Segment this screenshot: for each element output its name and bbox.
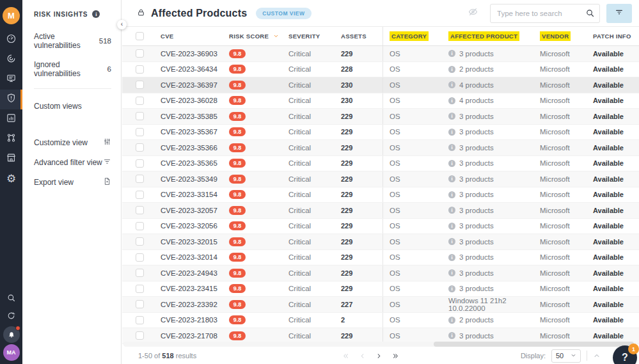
info-icon[interactable]: i xyxy=(448,129,455,136)
row-checkbox[interactable] xyxy=(136,206,144,214)
sidebar-item-radar[interactable] xyxy=(0,50,22,70)
table-row[interactable]: CVE-2023-36397 9.8 Critical 230 OS i 4 p… xyxy=(122,77,639,93)
column-header-patch-info[interactable]: PATCH INFO xyxy=(589,33,639,40)
info-icon[interactable]: i xyxy=(448,113,455,120)
table-row[interactable]: CVE-2023-36903 9.8 Critical 229 OS i 3 p… xyxy=(122,46,639,62)
info-icon[interactable]: i xyxy=(448,160,455,167)
table-row[interactable]: CVE-2023-23392 9.8 Critical 227 OS i Win… xyxy=(122,297,639,313)
info-icon[interactable]: i xyxy=(448,191,455,198)
scrollbar-thumb[interactable] xyxy=(434,342,634,347)
table-row[interactable]: CVE-2023-33154 9.8 Critical 229 OS i 3 p… xyxy=(122,187,639,203)
table-row[interactable]: CVE-2023-36434 9.8 Critical 228 OS i 2 p… xyxy=(122,62,639,78)
next-page-button[interactable] xyxy=(375,352,383,360)
advanced-filter-view-button[interactable]: Advanced filter view xyxy=(34,157,111,168)
info-icon[interactable]: i xyxy=(448,144,455,151)
table-row[interactable]: CVE-2023-32057 9.8 Critical 229 OS i 3 p… xyxy=(122,203,639,219)
panel-collapse-toggle[interactable]: ‹ xyxy=(117,20,127,29)
customize-view-button[interactable]: Customize view xyxy=(34,138,111,148)
sidebar-item-analytics[interactable] xyxy=(0,109,22,129)
row-checkbox[interactable] xyxy=(136,65,144,74)
info-icon[interactable]: i xyxy=(448,97,455,104)
info-icon[interactable]: i xyxy=(448,175,455,182)
search-input[interactable] xyxy=(490,4,600,23)
row-checkbox[interactable] xyxy=(136,285,144,293)
column-header-severity[interactable]: SEVERITY xyxy=(285,33,336,40)
table-row[interactable]: CVE-2023-35365 9.8 Critical 229 OS i 3 p… xyxy=(122,156,639,172)
collapse-footer-button[interactable] xyxy=(593,352,601,360)
info-icon[interactable]: i xyxy=(92,10,100,18)
stat-active-vulnerabilities[interactable]: Active vulnerabilities 518 xyxy=(34,32,111,50)
info-icon[interactable]: i xyxy=(448,269,455,276)
sidebar-item-assets[interactable] xyxy=(0,70,22,90)
row-checkbox[interactable] xyxy=(136,175,144,183)
row-checkbox[interactable] xyxy=(136,97,144,105)
table-row[interactable]: CVE-2023-35349 9.8 Critical 229 OS i 3 p… xyxy=(122,171,639,187)
row-checkbox[interactable] xyxy=(136,316,144,324)
info-icon[interactable]: i xyxy=(448,254,455,261)
row-checkbox[interactable] xyxy=(136,159,144,168)
row-checkbox[interactable] xyxy=(136,191,144,199)
patch-info-value: Available xyxy=(589,332,639,340)
row-checkbox[interactable] xyxy=(136,300,144,308)
vendor-value: Microsoft xyxy=(538,191,589,198)
custom-views-label[interactable]: Custom views xyxy=(34,102,111,111)
previous-page-button[interactable] xyxy=(359,352,366,360)
rail-search-button[interactable] xyxy=(0,290,22,308)
stat-ignored-vulnerabilities[interactable]: Ignored vulnerabilities 6 xyxy=(34,60,111,78)
info-icon[interactable]: i xyxy=(448,66,455,73)
row-checkbox[interactable] xyxy=(136,253,144,262)
table-row[interactable]: CVE-2023-32056 9.8 Critical 229 OS i 3 p… xyxy=(122,219,639,235)
last-page-button[interactable] xyxy=(392,352,399,360)
select-all-checkbox[interactable] xyxy=(136,32,144,40)
rail-history-button[interactable] xyxy=(0,308,22,326)
sidebar-item-network[interactable] xyxy=(0,129,22,149)
sidebar-item-vulnerabilities[interactable] xyxy=(0,90,22,109)
column-header-vendor[interactable]: VENDOR xyxy=(538,33,589,40)
table-row[interactable]: CVE-2023-32015 9.8 Critical 229 OS i 3 p… xyxy=(122,234,639,250)
export-view-button[interactable]: Export view xyxy=(34,177,111,187)
sidebar-item-dashboard[interactable] xyxy=(0,30,22,50)
row-checkbox[interactable] xyxy=(136,222,144,230)
info-icon[interactable]: i xyxy=(448,207,455,214)
column-header-risk-score[interactable]: RISK SCORE xyxy=(228,33,285,40)
help-button[interactable]: ? 1 xyxy=(613,345,637,364)
page-size-select[interactable]: 50 xyxy=(551,349,581,363)
column-header-cve[interactable]: CVE xyxy=(154,33,228,40)
sidebar-item-settings[interactable]: ⚙ xyxy=(0,169,22,189)
rail-notifications-button[interactable] xyxy=(0,326,22,344)
table-row[interactable]: CVE-2023-36028 9.8 Critical 230 OS i 4 p… xyxy=(122,93,639,109)
table-row[interactable]: CVE-2023-21803 9.8 Critical 2 OS i 2 pro… xyxy=(122,313,639,329)
row-checkbox[interactable] xyxy=(136,269,144,277)
info-icon[interactable]: i xyxy=(448,223,455,230)
sidebar-item-marketplace[interactable] xyxy=(0,149,22,169)
dashboard-gauge-icon xyxy=(6,33,17,47)
workspace-avatar[interactable]: M xyxy=(3,7,20,24)
filter-button[interactable] xyxy=(606,4,632,23)
info-icon[interactable]: i xyxy=(448,50,455,57)
row-checkbox[interactable] xyxy=(136,237,144,246)
column-header-category[interactable]: CATEGORY xyxy=(383,27,445,45)
info-icon[interactable]: i xyxy=(448,238,455,245)
column-header-assets[interactable]: ASSETS xyxy=(336,33,383,40)
info-icon[interactable]: i xyxy=(448,332,455,339)
table-row[interactable]: CVE-2023-32014 9.8 Critical 229 OS i 3 p… xyxy=(122,250,639,266)
row-checkbox[interactable] xyxy=(136,331,144,340)
table-row[interactable]: CVE-2023-23415 9.8 Critical 229 OS i 3 p… xyxy=(122,281,639,297)
row-checkbox[interactable] xyxy=(136,143,144,152)
table-row[interactable]: CVE-2023-35366 9.8 Critical 229 OS i 3 p… xyxy=(122,140,639,156)
table-row[interactable]: CVE-2023-24943 9.8 Critical 229 OS i 3 p… xyxy=(122,265,639,281)
column-header-affected-product[interactable]: AFFECTED PRODUCT xyxy=(445,31,538,41)
row-checkbox[interactable] xyxy=(136,128,144,136)
row-checkbox[interactable] xyxy=(136,49,144,58)
eye-off-icon[interactable] xyxy=(468,6,478,20)
row-checkbox[interactable] xyxy=(136,81,144,89)
table-row[interactable]: CVE-2023-35367 9.8 Critical 229 OS i 3 p… xyxy=(122,125,639,141)
first-page-button[interactable] xyxy=(342,352,349,360)
rail-user-avatar[interactable]: MA xyxy=(0,344,22,361)
info-icon[interactable]: i xyxy=(448,81,455,88)
search-icon[interactable] xyxy=(585,8,595,20)
info-icon[interactable]: i xyxy=(448,285,455,292)
row-checkbox[interactable] xyxy=(136,112,144,120)
table-row[interactable]: CVE-2023-35385 9.8 Critical 229 OS i 3 p… xyxy=(122,109,639,125)
info-icon[interactable]: i xyxy=(448,317,455,324)
